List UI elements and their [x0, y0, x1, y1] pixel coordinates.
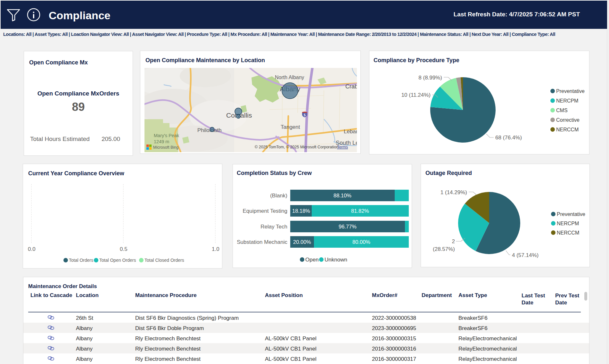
svg-text:Mary's Peak: Mary's Peak: [154, 133, 179, 138]
svg-text:1 (14.29%): 1 (14.29%): [440, 189, 467, 195]
svg-text:1.0: 1.0: [212, 246, 219, 252]
svg-text:0.0: 0.0: [28, 246, 36, 252]
svg-text:Lebano: Lebano: [344, 128, 357, 135]
svg-text:Preventative: Preventative: [556, 88, 585, 94]
svg-text:2: 2: [452, 238, 455, 244]
svg-text:Total Orders: Total Orders: [69, 258, 93, 263]
svg-text:(28.57%): (28.57%): [433, 246, 455, 252]
svg-text:96.77%: 96.77%: [339, 224, 357, 229]
svg-text:NERCCM: NERCCM: [556, 127, 579, 132]
svg-text:1249 m: 1249 m: [154, 139, 169, 144]
svg-text:NERCPM: NERCPM: [557, 221, 579, 226]
svg-text:Crabtr: Crabtr: [345, 83, 357, 90]
svg-text:88.10%: 88.10%: [333, 193, 351, 198]
svg-text:© 2025 TomTom, © 2025 Microsof: © 2025 TomTom, © 2025 Microsoft Corporat…: [255, 145, 338, 149]
svg-text:NERCPM: NERCPM: [556, 98, 578, 103]
svg-text:NERCCM: NERCCM: [557, 230, 579, 236]
svg-text:Microsoft Bing: Microsoft Bing: [153, 145, 178, 150]
svg-text:CMS: CMS: [556, 108, 568, 113]
svg-text:Corrective: Corrective: [556, 117, 580, 123]
svg-text:Preventative: Preventative: [557, 211, 585, 217]
svg-text:(Blank): (Blank): [270, 193, 287, 199]
svg-text:Philomath: Philomath: [197, 127, 222, 133]
svg-text:68 (76.4%): 68 (76.4%): [495, 135, 522, 141]
svg-text:81.82%: 81.82%: [351, 208, 369, 214]
svg-text:Open: Open: [305, 257, 319, 263]
svg-text:5: 5: [304, 113, 306, 117]
svg-text:Substation Mechanic: Substation Mechanic: [237, 239, 287, 245]
svg-text:Total Closed Orders: Total Closed Orders: [144, 258, 184, 263]
svg-text:North Albany: North Albany: [275, 75, 304, 80]
svg-text:0.5: 0.5: [120, 246, 128, 252]
svg-text:4 (57.14%): 4 (57.14%): [512, 252, 539, 258]
svg-text:8 (8.99%): 8 (8.99%): [418, 75, 442, 81]
svg-text:Equipment Testing: Equipment Testing: [243, 208, 287, 214]
svg-text:Total Open Orders: Total Open Orders: [99, 258, 136, 263]
svg-text:10 (11.24%): 10 (11.24%): [401, 92, 431, 98]
svg-text:18.18%: 18.18%: [292, 208, 310, 214]
svg-text:80.00%: 80.00%: [352, 239, 370, 245]
svg-text:Relay Tech: Relay Tech: [260, 224, 287, 230]
svg-text:Tangent: Tangent: [281, 124, 300, 130]
svg-text:Terms: Terms: [337, 145, 348, 149]
svg-text:20.00%: 20.00%: [293, 239, 311, 245]
svg-text:Unknown: Unknown: [325, 257, 347, 263]
